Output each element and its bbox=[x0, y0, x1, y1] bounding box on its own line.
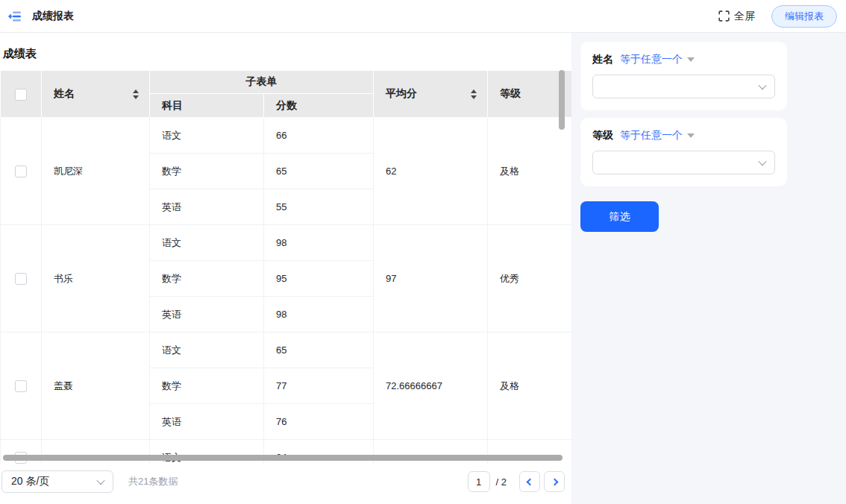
fullscreen-button[interactable]: 全屏 bbox=[718, 10, 755, 23]
filter-panel: 姓名 等于任意一个 等级 等于任意一个 筛选 bbox=[571, 33, 846, 504]
row-select-cell bbox=[1, 118, 42, 225]
column-header-name[interactable]: 姓名 bbox=[42, 71, 150, 118]
score-cell: 77 bbox=[264, 368, 374, 404]
filter-submit-button[interactable]: 筛选 bbox=[580, 201, 659, 232]
score-cell: 98 bbox=[264, 297, 374, 333]
score-cell: 55 bbox=[264, 189, 374, 225]
column-header-score: 分数 bbox=[264, 94, 374, 118]
chevron-right-icon bbox=[551, 478, 558, 485]
average-cell: 72.66666667 bbox=[374, 333, 488, 440]
score-cell: 95 bbox=[264, 261, 374, 297]
top-bar: 成绩报表 全屏 编辑报表 bbox=[0, 0, 846, 33]
subject-cell: 数学 bbox=[150, 261, 264, 297]
subject-cell: 语文 bbox=[150, 225, 264, 261]
row-checkbox[interactable] bbox=[15, 273, 27, 285]
filter-value-select-name[interactable] bbox=[592, 75, 775, 98]
column-header-subform: 子表单 bbox=[150, 71, 374, 94]
subject-cell: 语文 bbox=[150, 118, 264, 154]
chevron-down-icon bbox=[96, 476, 104, 485]
grades-table: 姓名 子表单 平均分 等级 bbox=[0, 70, 571, 464]
edit-report-button[interactable]: 编辑报表 bbox=[771, 5, 837, 28]
caret-down-icon[interactable] bbox=[687, 133, 695, 138]
name-cell: 凯尼深 bbox=[42, 118, 150, 225]
pagination-bar: 20 条/页 共21条数据 / 2 bbox=[0, 464, 571, 500]
grade-cell: 优秀 bbox=[488, 225, 572, 333]
prev-page-button[interactable] bbox=[519, 471, 540, 492]
table-title: 成绩表 bbox=[0, 33, 571, 70]
table-row: 凯尼深语文6662及格 bbox=[1, 118, 572, 154]
row-checkbox[interactable] bbox=[15, 380, 27, 392]
vertical-scrollbar[interactable] bbox=[559, 70, 565, 130]
score-cell: 66 bbox=[264, 118, 374, 154]
filter-card-name: 姓名 等于任意一个 bbox=[580, 42, 787, 110]
table-row: 盖聂语文6572.66666667及格 bbox=[1, 333, 572, 368]
table-row: 书乐语文9897优秀 bbox=[1, 225, 572, 261]
column-header-average[interactable]: 平均分 bbox=[374, 71, 488, 118]
filter-operator-link[interactable]: 等于任意一个 bbox=[620, 53, 683, 66]
subject-cell: 英语 bbox=[150, 404, 264, 440]
filter-field-label: 姓名 bbox=[592, 53, 613, 66]
menu-fold-icon[interactable] bbox=[7, 9, 22, 24]
subject-cell: 语文 bbox=[150, 333, 264, 368]
fullscreen-label: 全屏 bbox=[734, 10, 755, 23]
grades-table-container: 姓名 子表单 平均分 等级 bbox=[0, 70, 571, 464]
name-cell: 盖聂 bbox=[42, 333, 150, 440]
score-cell: 98 bbox=[264, 225, 374, 261]
grade-cell: 及格 bbox=[488, 118, 572, 225]
report-main: 成绩表 姓名 bbox=[0, 33, 571, 504]
row-select-cell bbox=[1, 333, 42, 440]
page-number-input[interactable] bbox=[468, 471, 490, 492]
subject-cell: 数学 bbox=[150, 154, 264, 189]
table-body: 凯尼深语文6662及格数学65英语55书乐语文9897优秀数学95英语98盖聂语… bbox=[1, 118, 572, 464]
subject-cell: 数学 bbox=[150, 368, 264, 404]
page-title: 成绩报表 bbox=[32, 10, 74, 23]
score-cell: 65 bbox=[264, 333, 374, 368]
row-checkbox[interactable] bbox=[15, 166, 27, 177]
caret-down-icon[interactable] bbox=[687, 57, 695, 62]
score-cell: 76 bbox=[264, 404, 374, 440]
horizontal-scrollbar[interactable] bbox=[3, 455, 563, 461]
total-count-label: 共21条数据 bbox=[128, 475, 178, 488]
average-cell: 62 bbox=[374, 118, 488, 225]
average-cell: 97 bbox=[374, 225, 488, 333]
sort-icon-average[interactable] bbox=[471, 89, 477, 99]
grade-cell: 及格 bbox=[488, 333, 572, 440]
filter-field-label: 等级 bbox=[592, 129, 613, 142]
subject-cell: 英语 bbox=[150, 297, 264, 333]
next-page-button[interactable] bbox=[544, 471, 565, 492]
select-all-cell bbox=[1, 71, 42, 118]
row-select-cell bbox=[1, 225, 42, 333]
total-pages-label: / 2 bbox=[496, 476, 507, 488]
score-cell: 65 bbox=[264, 154, 374, 189]
name-cell: 书乐 bbox=[42, 225, 150, 333]
chevron-down-icon bbox=[758, 157, 766, 166]
fullscreen-icon bbox=[718, 10, 730, 22]
filter-value-select-grade[interactable] bbox=[592, 151, 775, 174]
page-size-select[interactable]: 20 条/页 bbox=[1, 470, 113, 493]
chevron-down-icon bbox=[758, 81, 766, 89]
select-all-checkbox[interactable] bbox=[15, 89, 27, 101]
subject-cell: 英语 bbox=[150, 189, 264, 225]
filter-operator-link[interactable]: 等于任意一个 bbox=[620, 129, 683, 142]
column-header-subject: 科目 bbox=[150, 94, 264, 118]
chevron-left-icon bbox=[526, 478, 533, 485]
filter-card-grade: 等级 等于任意一个 bbox=[580, 118, 787, 186]
sort-icon-name[interactable] bbox=[133, 89, 139, 99]
